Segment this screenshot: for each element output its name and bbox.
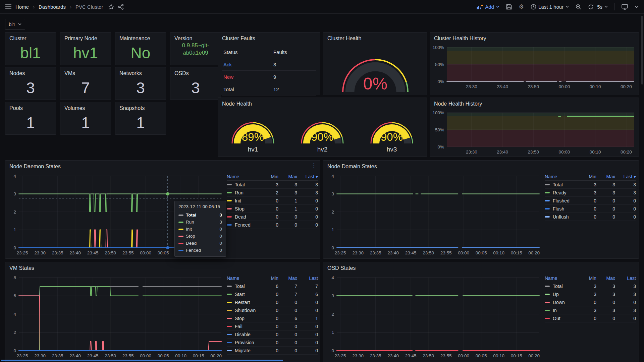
legend-col-max[interactable]: Max [278,276,297,281]
svg-text:00:10: 00:10 [175,353,186,358]
legend-row[interactable]: Total333 [545,282,636,290]
legend-row[interactable]: Total333 [545,181,636,189]
legend-col-name[interactable]: Name [545,174,580,179]
stat-panel-cluster: Clusterbl1 [5,32,56,65]
legend-col-max[interactable]: Max [278,174,297,179]
column-header[interactable]: Status [222,49,269,55]
breadcrumb-dashboards[interactable]: Dashboards [39,4,66,10]
stat-title: Pools [9,105,23,111]
svg-text:00:00: 00:00 [458,353,469,358]
refresh-button[interactable] [588,4,594,10]
legend-col-last[interactable]: Last ▾ [615,174,636,179]
panel-title: Cluster Health History [434,36,486,42]
legend-col-name[interactable]: Name [545,276,580,281]
legend-col-last[interactable]: Last ▾ [297,174,318,179]
breadcrumb-home[interactable]: Home [15,4,29,10]
svg-text:23:50: 23:50 [105,250,116,255]
legend-row[interactable]: Disable000 [227,330,318,339]
series-swatch [178,243,183,244]
series-swatch [227,208,232,209]
legend-row[interactable]: Init010 [227,197,318,205]
legend-row[interactable]: Shutdown000 [227,306,318,314]
time-range-label: Last 1 hour [538,4,564,10]
panel-title: Node Domain States [327,164,377,170]
legend-row[interactable]: Ready333 [545,189,636,197]
legend-row[interactable]: Fail000 [227,322,318,330]
legend-col-min[interactable]: Min [262,174,278,179]
svg-text:hv3: hv3 [387,146,397,153]
legend-col-min[interactable]: Min [580,174,596,179]
legend-row[interactable]: Provision000 [227,339,318,347]
stat-value: 3 [115,79,166,97]
legend-row[interactable]: Total677 [227,282,318,290]
legend-row[interactable]: Down000 [545,298,636,306]
panel-menu-icon[interactable]: ⋮ [311,162,317,169]
legend-row[interactable]: Unflush000 [545,213,636,221]
legend-row[interactable]: Stop010 [227,205,318,213]
series-swatch [227,350,232,351]
partial-panel-series-line [1,360,283,361]
legend-row[interactable]: Run233 [227,189,318,197]
legend-col-last[interactable]: Last [615,276,636,281]
tv-mode-icon[interactable] [622,4,628,10]
nav-more-chevron-icon[interactable] [635,6,639,8]
legend-row[interactable]: In333 [545,306,636,314]
legend-row[interactable]: Out000 [545,314,636,322]
dashboard-settings-icon[interactable]: ⚙ [519,4,524,10]
legend-row[interactable]: Dead000 [227,213,318,221]
legend-row[interactable]: Up333 [545,290,636,298]
svg-text:4: 4 [331,174,334,179]
legend-col-name[interactable]: Name [227,174,262,179]
legend-col-min[interactable]: Min [580,276,596,281]
node-health-gauge-hv1: 89%hv1 [219,109,286,156]
refresh-interval-picker[interactable]: 5s [597,4,608,10]
time-series-chart[interactable]: 23:2523:3023:3523:4023:4523:5023:5500:00… [7,274,226,361]
svg-text:3: 3 [13,191,16,196]
legend-row[interactable]: Start076 [227,290,318,298]
panel-title: VM States [9,265,34,271]
fault-status: Total [222,86,269,92]
legend-row[interactable]: Fenced000 [227,221,318,229]
series-swatch [227,294,232,295]
share-icon[interactable] [118,4,124,10]
menu-toggle-icon[interactable] [5,4,11,9]
svg-text:00:10: 00:10 [493,250,504,255]
add-panel-button[interactable]: Add [477,4,499,10]
zoom-out-time-icon[interactable] [576,4,581,10]
series-swatch [227,184,232,185]
faults-table: StatusFaultsAck3New9Total12 [222,46,316,96]
column-header[interactable]: Faults [269,46,316,58]
time-range-picker[interactable]: Last 1 hour [531,4,569,10]
legend-col-name[interactable]: Name [227,276,262,281]
save-dashboard-icon[interactable] [506,4,512,10]
svg-text:23:30: 23:30 [352,353,364,358]
legend-row[interactable]: Migrate000 [227,347,318,355]
stat-panel-primary-node: Primary Nodehv1 [60,32,111,65]
svg-text:23:30: 23:30 [352,250,364,255]
time-series-chart[interactable]: 23:3023:4023:5000:0000:1000:200%50%100% [432,45,637,94]
time-series-chart[interactable]: 23:2523:3023:3523:4023:4523:5023:5500:00… [325,172,544,258]
panel-cluster-faults: Cluster Faults StatusFaultsAck3New9Total… [218,32,320,95]
legend-col-last[interactable]: Last [297,276,318,281]
time-series-chart[interactable]: 23:2523:3023:3523:4023:4523:5023:5500:00… [325,274,544,361]
legend-row[interactable]: Stop061 [227,314,318,322]
legend-row[interactable]: Restart000 [227,298,318,306]
panel-cluster-health-history: Cluster Health History 23:3023:4023:5000… [430,32,639,95]
stat-value: bl1 [5,44,56,62]
svg-text:00:00: 00:00 [559,149,570,155]
svg-text:23:25: 23:25 [17,353,28,358]
legend-row[interactable]: Flushed000 [545,197,636,205]
stat-title: Maintenance [119,36,150,42]
legend-row[interactable]: Flush000 [545,205,636,213]
legend-row[interactable]: Total333 [227,181,318,189]
variable-dropdown[interactable]: bl1 [5,19,25,29]
svg-text:23:30: 23:30 [34,250,46,255]
time-series-chart[interactable]: 23:3023:4023:5000:0000:1000:200%50%100% [432,110,637,159]
legend-col-max[interactable]: Max [596,174,615,179]
legend-col-max[interactable]: Max [596,276,615,281]
legend-col-min[interactable]: Min [262,276,278,281]
panel-title: Node Health History [434,101,482,107]
svg-text:hv1: hv1 [248,146,258,153]
scrollbar-thumb[interactable] [641,16,643,84]
favorite-star-icon[interactable] [108,4,114,10]
